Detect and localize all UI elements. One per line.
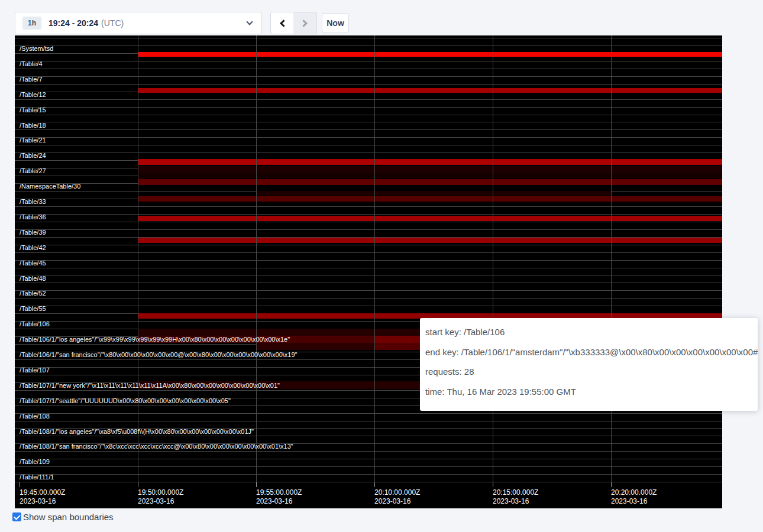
span-boundary-line <box>15 482 722 482</box>
time-gridline <box>611 35 612 482</box>
row-label: /Table/24 <box>20 152 46 160</box>
row-label: /Table/36 <box>20 213 46 221</box>
time-range-label: 19:24 - 20:24 <box>49 18 98 28</box>
row-label: /Table/33 <box>20 198 46 206</box>
span-boundary-line <box>15 222 722 222</box>
time-gridline <box>374 35 375 482</box>
span-boundary-line <box>15 76 722 77</box>
x-axis-label: 20:20:00.000Z2023-03-16 <box>611 488 657 506</box>
row-label: /Table/42 <box>20 244 46 252</box>
time-range-selector[interactable]: 1h 19:24 - 20:24 (UTC) <box>15 12 262 34</box>
time-tick <box>256 482 257 487</box>
row-label: /Table/108/1/"los angeles"/"\xa8\xf5\u00… <box>20 428 254 436</box>
chevron-left-icon <box>280 20 287 27</box>
span-boundary-line <box>15 214 722 215</box>
heatmap-band <box>138 173 722 179</box>
row-label: /Table/39 <box>20 229 46 236</box>
row-label: /Table/7 <box>20 76 43 83</box>
x-axis-time: 20:15:00.000Z <box>493 488 538 497</box>
span-boundary-line <box>15 46 722 46</box>
row-label: /Table/107/1/"seattle"/"UUUUUUD\x00\x80\… <box>20 397 231 405</box>
span-boundary-line <box>15 290 722 291</box>
span-boundary-line <box>15 306 722 306</box>
row-label: /Table/12 <box>20 91 46 99</box>
span-boundary-line <box>15 137 722 138</box>
show-span-boundaries-checkbox[interactable] <box>12 512 21 521</box>
next-time-button[interactable] <box>293 12 317 34</box>
timezone-label: (UTC) <box>101 18 124 28</box>
row-label: /Table/48 <box>20 275 46 283</box>
chevron-down-icon <box>246 18 253 25</box>
now-button[interactable]: Now <box>322 13 349 33</box>
span-boundary-line <box>15 99 722 100</box>
row-label: /Table/107/1/"new york"/"\x11\x11\x11\x1… <box>20 382 280 390</box>
span-boundary-line <box>15 268 722 268</box>
x-axis-date: 2023-03-16 <box>493 497 538 506</box>
span-tooltip: start key: /Table/106 end key: /Table/10… <box>420 318 758 411</box>
duration-badge: 1h <box>22 17 41 30</box>
x-axis-label: 19:50:00.000Z2023-03-16 <box>138 488 183 506</box>
x-axis-date: 2023-03-16 <box>374 497 420 506</box>
span-boundary-line <box>15 298 722 299</box>
time-tick <box>611 482 612 487</box>
show-span-boundaries-label: Show span boundaries <box>23 512 114 522</box>
row-label: /Table/18 <box>20 122 46 129</box>
row-label: /Table/107 <box>20 366 50 374</box>
x-axis-label: 19:45:00.000Z2023-03-16 <box>20 488 65 506</box>
row-label: /Table/55 <box>20 305 46 313</box>
x-axis-date: 2023-03-16 <box>138 497 183 506</box>
span-boundary-line <box>15 283 722 283</box>
x-axis-time: 19:50:00.000Z <box>138 488 183 497</box>
span-boundary-line <box>15 466 722 467</box>
row-label: /Table/15 <box>20 106 46 114</box>
heatmap-band <box>138 159 722 165</box>
span-boundary-line <box>15 474 722 475</box>
chevron-right-icon <box>300 20 308 27</box>
span-boundary-line <box>15 69 722 69</box>
heatmap-band <box>256 191 611 196</box>
span-boundary-line <box>15 145 722 145</box>
row-label: /Table/106 <box>20 320 50 328</box>
x-axis-time: 19:55:00.000Z <box>256 488 302 497</box>
time-tick <box>493 482 493 487</box>
span-boundary-line <box>15 275 722 275</box>
span-boundary-line <box>15 413 722 414</box>
span-boundary-line <box>15 421 722 421</box>
heatmap-band <box>138 179 722 185</box>
time-gridline <box>493 35 493 482</box>
row-label: /Table/109 <box>20 458 50 466</box>
row-label: /Table/45 <box>20 259 46 267</box>
span-boundary-line <box>15 436 722 436</box>
heatmap-band <box>138 166 722 173</box>
span-boundary-line <box>15 38 722 38</box>
row-label: /Table/27 <box>20 167 46 175</box>
tooltip-start-key: start key: /Table/106 <box>425 322 758 342</box>
span-boundary-line <box>15 252 722 253</box>
time-tick <box>138 482 138 487</box>
row-label: /System/tsd <box>20 45 53 53</box>
span-boundary-line <box>15 459 722 459</box>
row-label: /Table/108 <box>20 413 50 420</box>
x-axis-time: 20:20:00.000Z <box>611 488 657 497</box>
time-gridline <box>138 35 138 482</box>
row-label: /Table/52 <box>20 290 46 297</box>
row-label: /Table/108/1/"san francisco"/"\x8c\xcc\x… <box>20 443 293 450</box>
span-boundary-line <box>15 122 722 122</box>
heatmap[interactable]: /System/tsd/Table/4/Table/7/Table/12/Tab… <box>15 35 722 508</box>
x-axis-label: 19:55:00.000Z2023-03-16 <box>256 488 302 506</box>
footer: Show span boundaries <box>12 512 114 522</box>
x-axis-date: 2023-03-16 <box>611 497 657 506</box>
x-axis-label: 20:10:00.000Z2023-03-16 <box>374 488 420 506</box>
span-boundary-line <box>15 229 722 230</box>
time-tick <box>374 482 375 487</box>
prev-time-button[interactable] <box>270 12 294 34</box>
span-boundary-line <box>15 61 722 61</box>
span-boundary-line <box>15 153 722 153</box>
row-label: /Table/4 <box>20 60 43 68</box>
heatmap-band <box>138 196 722 202</box>
tooltip-requests: requests: 28 <box>425 362 758 382</box>
row-label: /NamespaceTable/30 <box>20 183 80 190</box>
span-boundary-line <box>15 129 722 130</box>
tooltip-end-key: end key: /Table/106/1/"amsterdam"/"\xb33… <box>425 342 758 362</box>
span-boundary-line <box>15 84 722 85</box>
